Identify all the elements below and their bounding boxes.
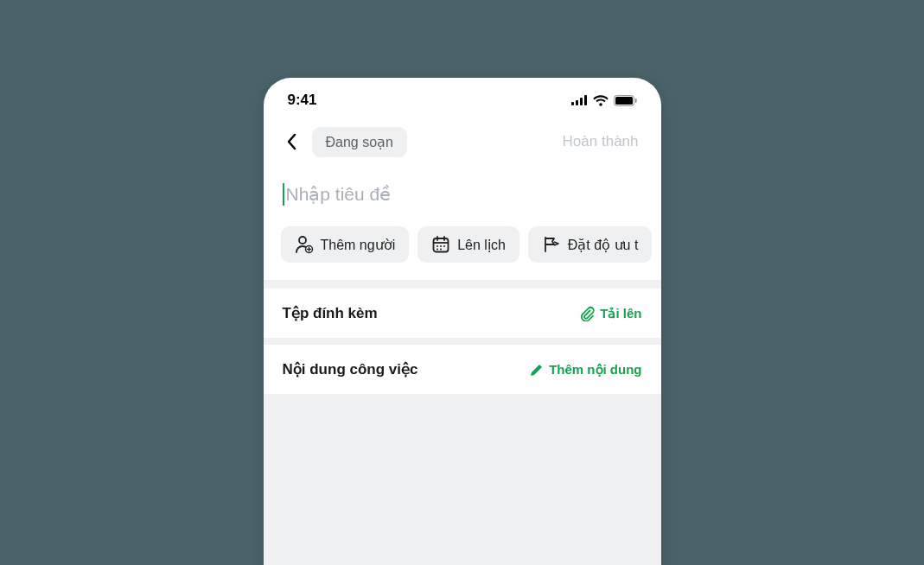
attachment-section: Tệp đính kèm Tải lên	[264, 289, 661, 338]
svg-point-12	[440, 245, 442, 247]
flag-icon	[542, 235, 561, 254]
nav-bar: Đang soạn Hoàn thành	[264, 117, 661, 166]
svg-point-4	[599, 103, 602, 106]
divider	[264, 338, 661, 345]
content-section: Nội dung công việc Thêm nội dung	[264, 345, 661, 394]
svg-rect-2	[580, 98, 583, 105]
svg-point-11	[437, 245, 438, 247]
back-button[interactable]	[276, 126, 307, 157]
svg-rect-7	[635, 98, 637, 103]
person-add-icon	[295, 235, 314, 254]
svg-rect-3	[584, 95, 587, 105]
attachment-action-label: Tải lên	[600, 306, 641, 321]
svg-rect-6	[615, 97, 633, 105]
pencil-icon	[530, 363, 544, 377]
content-action-label: Thêm nội dung	[549, 362, 641, 378]
attachment-upload-button[interactable]: Tải lên	[579, 306, 641, 321]
wifi-icon	[593, 95, 609, 106]
chip-schedule-label: Lên lịch	[457, 237, 506, 253]
phone-frame: 9:41 Đang soạn	[264, 78, 661, 565]
paperclip-icon	[579, 306, 595, 321]
text-cursor	[283, 183, 284, 206]
attachment-title: Tệp đính kèm	[283, 304, 378, 322]
chip-priority[interactable]: Đặt độ ưu t	[528, 226, 653, 263]
svg-point-15	[440, 249, 442, 251]
battery-icon	[614, 95, 637, 106]
divider	[264, 280, 661, 289]
calendar-icon	[431, 235, 450, 254]
status-chip[interactable]: Đang soạn	[312, 127, 408, 157]
title-placeholder: Nhập tiêu đề	[286, 184, 392, 205]
quick-actions-row: Thêm người Lên lịch Đặt độ ưu t	[264, 219, 661, 280]
svg-point-14	[437, 249, 438, 251]
svg-rect-1	[576, 100, 578, 105]
complete-button[interactable]: Hoàn thành	[563, 133, 649, 150]
status-time: 9:41	[288, 92, 317, 109]
chevron-left-icon	[286, 133, 296, 150]
chip-add-person-label: Thêm người	[321, 237, 396, 253]
chip-add-person[interactable]: Thêm người	[281, 226, 410, 263]
empty-area	[264, 394, 661, 565]
svg-rect-0	[571, 102, 574, 105]
content-title: Nội dung công việc	[283, 360, 418, 378]
chip-schedule[interactable]: Lên lịch	[417, 226, 519, 263]
status-bar: 9:41	[264, 78, 661, 117]
status-icons	[571, 95, 637, 106]
signal-icon	[571, 95, 588, 105]
svg-point-8	[299, 237, 306, 244]
svg-point-13	[443, 245, 445, 247]
title-input[interactable]: Nhập tiêu đề	[264, 166, 661, 219]
content-add-button[interactable]: Thêm nội dung	[530, 362, 641, 378]
chip-priority-label: Đặt độ ưu t	[568, 237, 639, 253]
